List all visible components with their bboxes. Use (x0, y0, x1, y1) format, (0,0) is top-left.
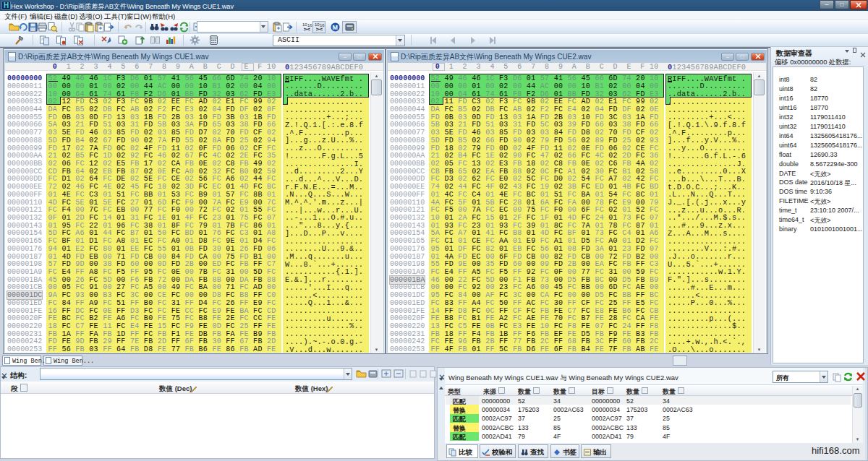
svg-text:16: 16 (320, 23, 325, 27)
svg-text:16: 16 (307, 23, 312, 27)
svg-text:M: M (333, 24, 339, 31)
